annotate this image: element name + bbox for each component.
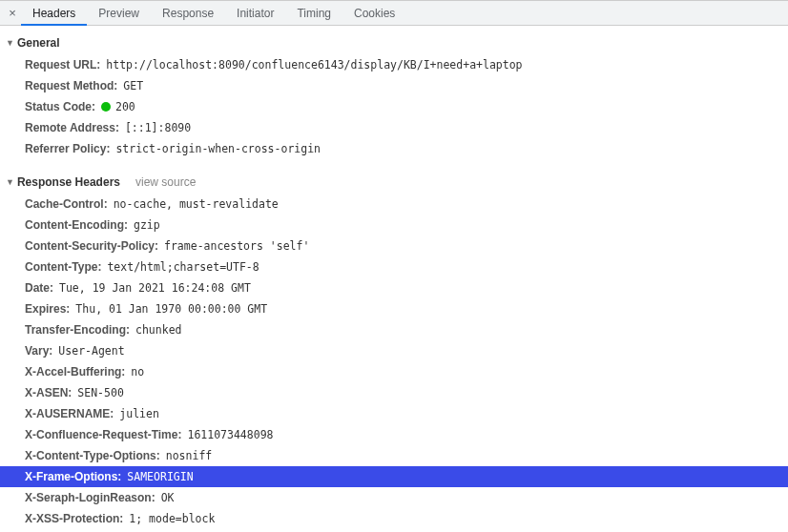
triangle-down-icon: ▼ xyxy=(6,39,14,48)
header-value: GET xyxy=(123,78,143,93)
tab-preview[interactable]: Preview xyxy=(87,1,151,26)
header-row[interactable]: Content-Type:text/html;charset=UTF-8 xyxy=(0,256,788,277)
header-row[interactable]: X-Frame-Options:SAMEORIGIN xyxy=(0,466,788,487)
tab-initiator[interactable]: Initiator xyxy=(225,1,285,26)
header-value: 200 xyxy=(101,99,135,114)
header-key: Date: xyxy=(25,280,53,296)
header-value: [::1]:8090 xyxy=(125,120,191,135)
tabbar: × HeadersPreviewResponseInitiatorTimingC… xyxy=(0,0,788,26)
header-key: Remote Address: xyxy=(25,120,119,135)
header-key: X-Seraph-LoginReason: xyxy=(25,490,156,505)
header-value: Tue, 19 Jan 2021 16:24:08 GMT xyxy=(59,280,251,296)
header-value: strict-origin-when-cross-origin xyxy=(115,141,321,156)
triangle-down-icon: ▼ xyxy=(6,178,14,187)
header-value: no xyxy=(131,364,144,379)
header-value: SAMEORIGIN xyxy=(127,469,193,484)
header-row[interactable]: Expires:Thu, 01 Jan 1970 00:00:00 GMT xyxy=(0,298,788,319)
header-row[interactable]: X-Content-Type-Options:nosniff xyxy=(0,445,788,466)
header-value: 1; mode=block xyxy=(129,511,215,526)
header-value: 1611073448098 xyxy=(187,427,273,442)
section-response-headers: ▼ Response Headers view source Cache-Con… xyxy=(0,173,788,532)
header-value: SEN-500 xyxy=(77,385,123,400)
header-key: X-Confluence-Request-Time: xyxy=(25,427,181,442)
header-row[interactable]: X-AUSERNAME:julien xyxy=(0,403,788,424)
header-row[interactable]: X-Confluence-Request-Time:1611073448098 xyxy=(0,424,788,445)
header-row[interactable]: Transfer-Encoding:chunked xyxy=(0,319,788,340)
panel-content: ▼ General Request URL:http://localhost:8… xyxy=(0,26,788,532)
tab-cookies[interactable]: Cookies xyxy=(342,1,406,26)
tab-timing[interactable]: Timing xyxy=(285,1,342,26)
header-key: Status Code: xyxy=(25,99,95,114)
header-value: User-Agent xyxy=(58,343,124,358)
response-rows: Cache-Control:no-cache, must-revalidateC… xyxy=(0,192,788,532)
header-value: julien xyxy=(119,406,159,421)
header-row[interactable]: Request Method:GET xyxy=(0,75,788,96)
header-value: gzip xyxy=(134,217,160,233)
header-row[interactable]: X-Seraph-LoginReason:OK xyxy=(0,487,788,508)
close-icon[interactable]: × xyxy=(4,7,21,19)
header-value: text/html;charset=UTF-8 xyxy=(107,259,259,275)
header-value: frame-ancestors 'self' xyxy=(164,238,309,254)
header-key: X-XSS-Protection: xyxy=(25,511,123,526)
tab-response[interactable]: Response xyxy=(151,1,225,26)
general-rows: Request URL:http://localhost:8090/conflu… xyxy=(0,52,788,167)
section-title: Response Headers xyxy=(17,175,120,189)
header-key: X-AUSERNAME: xyxy=(25,406,114,421)
header-row[interactable]: Request URL:http://localhost:8090/conflu… xyxy=(0,54,788,75)
header-row[interactable]: Cache-Control:no-cache, must-revalidate xyxy=(0,194,788,215)
header-value: chunked xyxy=(135,322,181,338)
header-key: Vary: xyxy=(25,343,52,358)
status-dot-icon xyxy=(101,102,111,112)
header-row[interactable]: X-ASEN:SEN-500 xyxy=(0,382,788,403)
header-row[interactable]: Content-Encoding:gzip xyxy=(0,215,788,235)
header-value: OK xyxy=(161,490,175,505)
header-row[interactable]: X-Accel-Buffering:no xyxy=(0,361,788,382)
header-key: Request URL: xyxy=(25,57,100,72)
header-key: Content-Encoding: xyxy=(25,217,128,233)
header-row[interactable]: Remote Address:[::1]:8090 xyxy=(0,117,788,138)
header-row[interactable]: Date:Tue, 19 Jan 2021 16:24:08 GMT xyxy=(0,277,788,298)
header-key: Expires: xyxy=(25,301,70,317)
header-value: Thu, 01 Jan 1970 00:00:00 GMT xyxy=(75,301,267,317)
header-value: nosniff xyxy=(166,448,212,463)
tab-headers[interactable]: Headers xyxy=(21,1,87,26)
section-toggle-response[interactable]: ▼ Response Headers view source xyxy=(0,173,788,192)
section-general: ▼ General Request URL:http://localhost:8… xyxy=(0,33,788,167)
header-key: X-Accel-Buffering: xyxy=(25,364,125,379)
header-key: Content-Type: xyxy=(25,259,101,275)
header-row[interactable]: X-XSS-Protection:1; mode=block xyxy=(0,508,788,529)
header-row[interactable]: Referrer Policy:strict-origin-when-cross… xyxy=(0,138,788,159)
view-source-link[interactable]: view source xyxy=(135,175,196,189)
section-title: General xyxy=(17,36,60,50)
header-row[interactable]: Content-Security-Policy:frame-ancestors … xyxy=(0,235,788,256)
header-key: X-Frame-Options: xyxy=(25,469,121,484)
header-key: Referrer Policy: xyxy=(25,141,110,156)
header-key: X-ASEN: xyxy=(25,385,72,400)
header-value: http://localhost:8090/confluence6143/dis… xyxy=(106,57,522,72)
header-key: X-Content-Type-Options: xyxy=(25,448,160,463)
header-key: Request Method: xyxy=(25,78,117,93)
header-row[interactable]: Status Code:200 xyxy=(0,96,788,117)
header-key: Cache-Control: xyxy=(25,196,108,212)
header-key: Transfer-Encoding: xyxy=(25,322,130,338)
section-toggle-general[interactable]: ▼ General xyxy=(0,33,788,52)
header-value: no-cache, must-revalidate xyxy=(114,196,279,212)
header-row[interactable]: Vary:User-Agent xyxy=(0,340,788,361)
header-key: Content-Security-Policy: xyxy=(25,238,158,254)
